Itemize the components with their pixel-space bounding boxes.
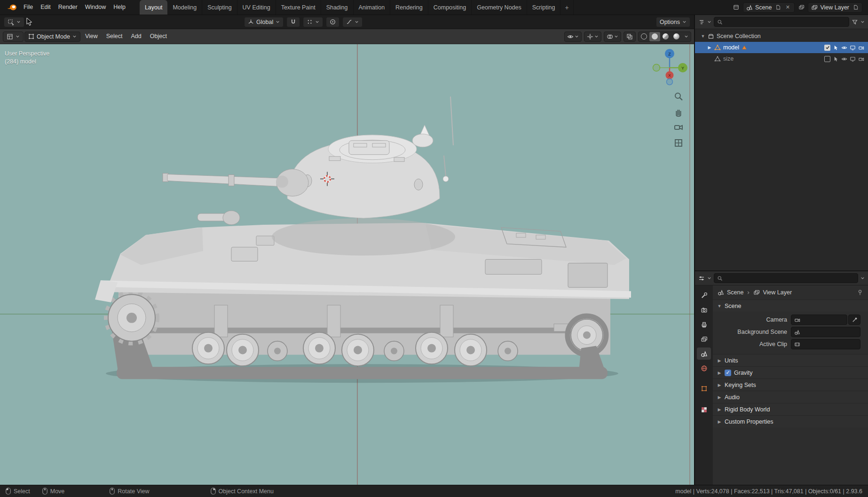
workspace-tab-texture-paint[interactable]: Texture Paint — [276, 0, 321, 15]
menu-window[interactable]: Window — [81, 0, 110, 15]
overlays-dropdown[interactable] — [604, 32, 621, 42]
workspace-tab-sculpting[interactable]: Sculpting — [202, 0, 237, 15]
menu-render[interactable]: Render — [55, 0, 81, 15]
outliner-search-input[interactable] — [714, 17, 849, 27]
exclude-checkbox[interactable] — [824, 45, 830, 51]
shading-solid-button[interactable] — [649, 32, 660, 41]
menu-view[interactable]: View — [81, 29, 102, 44]
layout-switch-icon[interactable] — [733, 4, 740, 11]
breadcrumb-scene[interactable]: Scene — [727, 289, 743, 296]
shading-dropdown[interactable] — [682, 32, 691, 41]
panel-gravity[interactable]: ▶ ✓ Gravity — [713, 366, 868, 379]
gizmos-dropdown[interactable] — [584, 32, 601, 42]
ortho-grid-icon[interactable] — [673, 138, 684, 148]
menu-help[interactable]: Help — [110, 0, 129, 15]
panel-audio[interactable]: ▶ Audio — [713, 391, 868, 403]
render-disable-icon[interactable] — [858, 56, 864, 62]
gizmo-y-neg-axis[interactable] — [653, 64, 660, 71]
pin-icon[interactable] — [857, 289, 863, 296]
proportional-falloff-dropdown[interactable] — [342, 17, 363, 27]
workspace-tab-shading[interactable]: Shading — [321, 0, 354, 15]
workspace-tab-layout[interactable]: Layout — [140, 0, 168, 15]
snapping-toggle[interactable] — [286, 17, 300, 27]
object-visibility-dropdown[interactable] — [564, 32, 582, 42]
xray-toggle[interactable] — [623, 32, 636, 42]
menu-object[interactable]: Object — [146, 29, 171, 44]
transform-orientation-dropdown[interactable]: Global — [244, 17, 284, 27]
proportional-editing-toggle[interactable] — [326, 17, 339, 27]
pan-hand-icon[interactable] — [673, 107, 684, 117]
new-view-layer-icon[interactable] — [852, 4, 859, 11]
selectable-icon[interactable] — [833, 56, 839, 62]
menu-file[interactable]: File — [20, 0, 37, 15]
active-tool-dropdown[interactable] — [4, 17, 24, 27]
selectable-icon[interactable] — [833, 45, 839, 51]
viewport-3d-scene[interactable] — [0, 44, 694, 485]
camera-eyedropper-button[interactable] — [848, 315, 860, 325]
disclosure-icon[interactable]: ▶ — [707, 45, 712, 50]
menu-select[interactable]: Select — [103, 29, 126, 44]
exclude-checkbox[interactable] — [824, 56, 830, 62]
hide-eye-icon[interactable] — [841, 45, 847, 51]
shading-wireframe-button[interactable] — [639, 32, 649, 41]
outliner-row-model[interactable]: ▶ model — [695, 42, 868, 53]
viewport-disable-icon[interactable] — [850, 56, 856, 62]
editor-type-dropdown[interactable] — [3, 32, 24, 42]
shading-rendered-button[interactable] — [671, 32, 682, 41]
gizmo-z-neg-axis[interactable] — [667, 79, 673, 85]
tab-texture-properties[interactable] — [697, 403, 711, 416]
menu-add[interactable]: Add — [127, 29, 145, 44]
panel-custom-properties[interactable]: ▶ Custom Properties — [713, 415, 868, 427]
properties-editor-icon[interactable] — [698, 275, 705, 282]
tab-object-properties[interactable] — [697, 382, 711, 394]
scene-selector[interactable]: Scene ✕ — [743, 2, 795, 13]
new-scene-icon[interactable] — [774, 4, 781, 11]
filter-icon[interactable] — [852, 19, 858, 25]
workspace-tab-compositing[interactable]: Compositing — [428, 0, 472, 15]
properties-search-input[interactable] — [714, 273, 858, 283]
workspace-tab-modeling[interactable]: Modeling — [167, 0, 202, 15]
camera-view-icon[interactable] — [673, 122, 684, 133]
viewport-disable-icon[interactable] — [850, 45, 856, 51]
breadcrumb-view-layer[interactable]: View Layer — [763, 289, 792, 296]
mode-dropdown[interactable]: Object Mode — [24, 32, 80, 42]
tab-world-properties[interactable] — [697, 362, 711, 374]
active-clip-field[interactable] — [791, 339, 860, 349]
tab-render-properties[interactable] — [697, 304, 711, 316]
tab-scene-properties[interactable] — [697, 347, 711, 360]
disclosure-icon[interactable]: ▼ — [701, 34, 705, 39]
navigation-gizmo[interactable]: Z Y X — [651, 48, 688, 86]
panel-keying-sets[interactable]: ▶ Keying Sets — [713, 379, 868, 391]
render-disable-icon[interactable] — [858, 45, 864, 51]
outliner-row-scene-collection[interactable]: ▼ Scene Collection — [695, 31, 868, 42]
gravity-checkbox[interactable]: ✓ — [725, 370, 731, 376]
background-scene-field[interactable] — [791, 327, 860, 337]
unlink-scene-icon[interactable]: ✕ — [784, 4, 791, 11]
outliner-editor-icon[interactable] — [698, 19, 705, 25]
tab-view-layer-properties[interactable] — [697, 333, 711, 345]
chevron-down-icon[interactable] — [707, 276, 711, 280]
workspace-tab-uv-editing[interactable]: UV Editing — [237, 0, 276, 15]
add-workspace-button[interactable]: + — [560, 0, 573, 15]
panel-rigid-body-world[interactable]: ▶ Rigid Body World — [713, 403, 868, 415]
view-layer-selector[interactable]: View Layer — [808, 2, 862, 13]
snap-target-dropdown[interactable] — [303, 17, 323, 27]
workspace-tab-geometry-nodes[interactable]: Geometry Nodes — [472, 0, 527, 15]
camera-field[interactable] — [791, 315, 847, 325]
shading-material-button[interactable] — [660, 32, 671, 41]
tank-model[interactable] — [95, 96, 631, 383]
workspace-tab-rendering[interactable]: Rendering — [390, 0, 428, 15]
panel-units[interactable]: ▶ Units — [713, 354, 868, 366]
panel-scene[interactable]: ▼ Scene — [713, 300, 868, 312]
options-dropdown[interactable]: Options — [656, 17, 690, 27]
chevron-down-icon[interactable] — [707, 20, 711, 24]
workspace-tab-scripting[interactable]: Scripting — [527, 0, 561, 15]
view-layer-switch-icon[interactable] — [797, 4, 805, 11]
viewport-canvas[interactable]: User Perspective (284) model Z Y X — [0, 44, 694, 485]
outliner-row-size[interactable]: size — [695, 53, 868, 64]
zoom-icon[interactable] — [673, 91, 684, 102]
blender-logo-icon[interactable] — [4, 4, 20, 11]
chevron-down-icon[interactable] — [860, 276, 865, 280]
tab-output-properties[interactable] — [697, 318, 711, 331]
menu-edit[interactable]: Edit — [37, 0, 55, 15]
